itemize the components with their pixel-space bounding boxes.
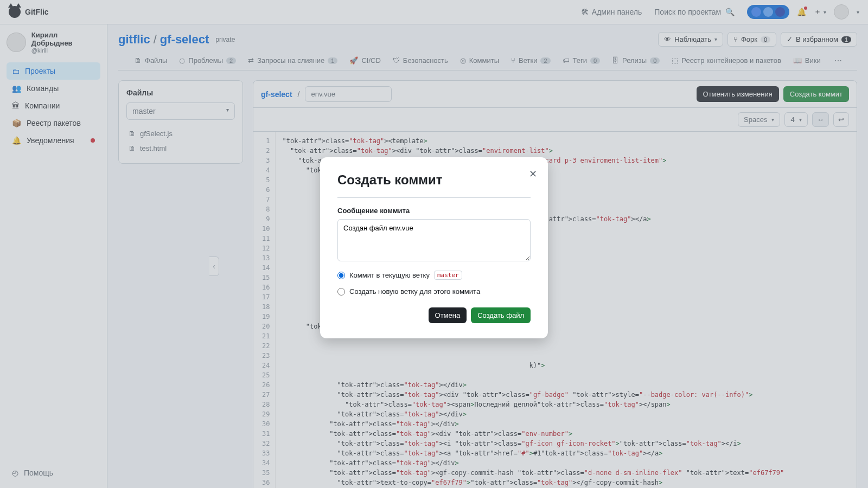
- branch-chip: master: [434, 271, 462, 280]
- radio-new-branch[interactable]: Создать новую ветку для этого коммита: [337, 287, 531, 296]
- radio-label: Создать новую ветку для этого коммита: [349, 287, 480, 296]
- radio-current-input[interactable]: [337, 272, 345, 279]
- radio-current-branch[interactable]: Коммит в текущую ветку master: [337, 271, 531, 280]
- radio-label: Коммит в текущую ветку: [349, 271, 430, 279]
- commit-message-input[interactable]: Создан файл env.vue: [337, 219, 531, 261]
- create-commit-modal: ✕ Создать коммит Сообщение коммита Созда…: [320, 157, 548, 338]
- cancel-button[interactable]: Отмена: [429, 307, 467, 323]
- modal-overlay[interactable]: ✕ Создать коммит Сообщение коммита Созда…: [0, 0, 868, 488]
- close-icon[interactable]: ✕: [529, 168, 537, 180]
- commit-message-label: Сообщение коммита: [337, 207, 531, 215]
- radio-new-input[interactable]: [337, 288, 345, 296]
- create-file-button[interactable]: Создать файл: [471, 307, 531, 323]
- modal-title: Создать коммит: [337, 172, 531, 188]
